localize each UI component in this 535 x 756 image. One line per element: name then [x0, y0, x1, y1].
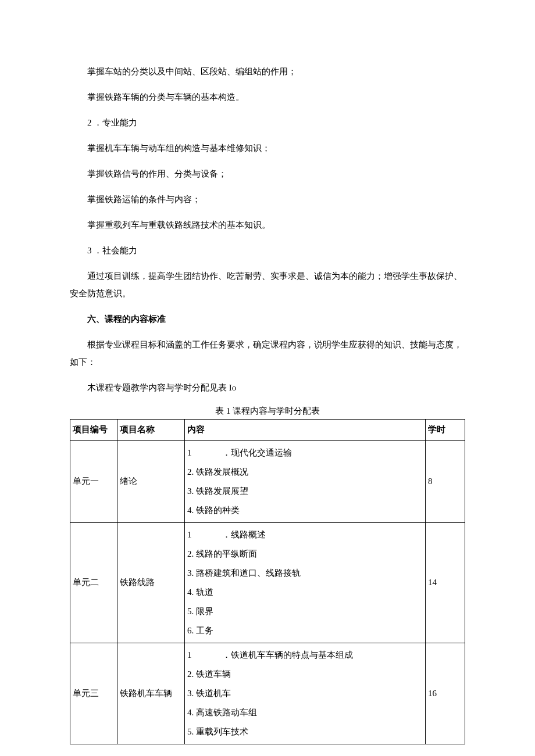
content-line: 3. 铁路发展展望 — [187, 482, 423, 501]
cell-content: 1．铁道机车车辆的特点与基本组成2. 铁道车辆3. 铁道机车4. 高速铁路动车组… — [184, 643, 425, 744]
section-heading-6: 六、课程的内容标准 — [70, 310, 465, 328]
paragraph: 掌握车站的分类以及中间站、区段站、编组站的作用； — [70, 63, 465, 80]
table-caption: 表 1 课程内容与学时分配表 — [70, 404, 465, 418]
paragraph: 掌握重载列车与重载铁路线路技术的基本知识。 — [70, 216, 465, 234]
cell-content: 1．现代化交通运输2. 铁路发展概况3. 铁路发展展望4. 铁路的种类 — [184, 440, 425, 522]
content-line: 1．现代化交通运输 — [187, 443, 423, 463]
course-content-table: 项目编号 项目名称 内容 学时 单元一绪论1．现代化交通运输2. 铁路发展概况3… — [70, 419, 465, 744]
cell-id: 单元二 — [70, 522, 117, 643]
content-line: 5. 重载列车技术 — [187, 722, 423, 741]
content-line: 2. 铁道车辆 — [187, 665, 423, 684]
table-row: 单元二铁路线路1．线路概述2. 线路的平纵断面3. 路桥建筑和道口、线路接轨4.… — [70, 522, 465, 643]
paragraph: 2 ．专业能力 — [70, 114, 465, 131]
cell-name: 铁路机车车辆 — [117, 643, 184, 744]
paragraph: 木课程专题教学内容与学时分配见表 Io — [70, 379, 465, 396]
cell-name: 铁路线路 — [117, 522, 184, 643]
paragraph: 掌握铁路车辆的分类与车辆的基本构造。 — [70, 88, 465, 106]
th-name: 项目名称 — [117, 419, 184, 440]
th-hours: 学时 — [426, 419, 465, 440]
paragraph: 掌握铁路运输的条件与内容； — [70, 191, 465, 208]
document-page: 掌握车站的分类以及中间站、区段站、编组站的作用； 掌握铁路车辆的分类与车辆的基本… — [0, 0, 535, 756]
content-line: 1．铁道机车车辆的特点与基本组成 — [187, 646, 423, 665]
paragraph: 根据专业课程目标和涵盖的工作任务要求，确定课程内容，说明学生应获得的知识、技能与… — [70, 336, 465, 371]
paragraph: 掌握铁路信号的作用、分类与设备； — [70, 165, 465, 182]
table-row: 单元三铁路机车车辆1．铁道机车车辆的特点与基本组成2. 铁道车辆3. 铁道机车4… — [70, 643, 465, 744]
table-row: 单元一绪论1．现代化交通运输2. 铁路发展概况3. 铁路发展展望4. 铁路的种类… — [70, 440, 465, 522]
table-header-row: 项目编号 项目名称 内容 学时 — [70, 419, 465, 440]
content-line: 1．线路概述 — [187, 525, 423, 544]
paragraph: 通过项目训练，提高学生团结协作、吃苦耐劳、实事求是、诚信为本的能力；增强学生事故… — [70, 267, 465, 302]
content-line: 3. 铁道机车 — [187, 684, 423, 703]
cell-id: 单元一 — [70, 440, 117, 522]
cell-id: 单元三 — [70, 643, 117, 744]
paragraph: 3 ．社会能力 — [70, 242, 465, 259]
content-line: 4. 轨道 — [187, 583, 423, 602]
content-line: 5. 限界 — [187, 602, 423, 621]
content-line: 6. 工务 — [187, 621, 423, 640]
content-line: 4. 铁路的种类 — [187, 501, 423, 520]
th-content: 内容 — [184, 419, 425, 440]
cell-hours: 16 — [426, 643, 465, 744]
content-line: 4. 高速铁路动车组 — [187, 703, 423, 722]
th-id: 项目编号 — [70, 419, 117, 440]
content-line: 3. 路桥建筑和道口、线路接轨 — [187, 564, 423, 583]
cell-content: 1．线路概述2. 线路的平纵断面3. 路桥建筑和道口、线路接轨4. 轨道5. 限… — [184, 522, 425, 643]
content-line: 2. 铁路发展概况 — [187, 463, 423, 482]
content-line: 2. 线路的平纵断面 — [187, 544, 423, 564]
cell-hours: 14 — [426, 522, 465, 643]
cell-name: 绪论 — [117, 440, 184, 522]
paragraph: 掌握机车车辆与动车组的构造与基本维修知识； — [70, 139, 465, 157]
cell-hours: 8 — [426, 440, 465, 522]
